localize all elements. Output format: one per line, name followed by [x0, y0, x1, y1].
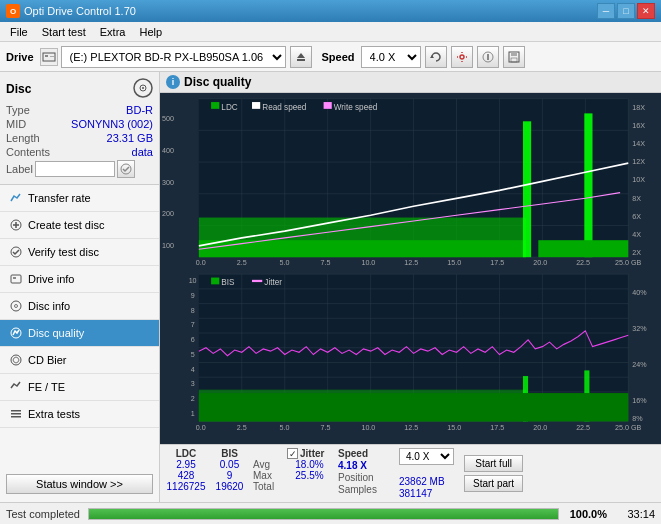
svg-text:3: 3: [191, 379, 195, 388]
svg-point-23: [11, 301, 21, 311]
svg-text:Write speed: Write speed: [334, 102, 378, 112]
nav-items: Transfer rate Create test disc Verify te…: [0, 185, 159, 428]
progress-bar-fill: [89, 509, 558, 519]
contents-value: data: [132, 146, 153, 158]
svg-text:16%: 16%: [632, 396, 647, 405]
nav-cd-bier[interactable]: CD Bier: [0, 347, 159, 374]
svg-text:22.5: 22.5: [576, 423, 590, 432]
bis-stats: BIS 0.05 9 19620: [212, 448, 247, 499]
label-input[interactable]: [35, 161, 115, 177]
svg-marker-5: [430, 55, 434, 58]
pos-samples-stats: 4.0 X . 23862 MB 381147: [399, 448, 454, 499]
nav-verify-test-disc[interactable]: Verify test disc: [0, 239, 159, 266]
toolbar: Drive (E:) PLEXTOR BD-R PX-LB950SA 1.06 …: [0, 42, 661, 72]
menu-extra[interactable]: Extra: [94, 24, 132, 40]
start-buttons: Start full Start part: [464, 448, 523, 499]
svg-text:Jitter: Jitter: [264, 277, 282, 287]
info-button[interactable]: [477, 46, 499, 68]
nav-disc-info[interactable]: Disc info: [0, 293, 159, 320]
sidebar: Disc Type BD-R MID SONYNN3 (002) Length …: [0, 72, 160, 502]
speed-select[interactable]: 4.0 X: [361, 46, 421, 68]
nav-disc-quality[interactable]: Disc quality: [0, 320, 159, 347]
svg-text:17.5: 17.5: [490, 258, 504, 267]
svg-point-24: [15, 305, 18, 308]
charts-container: LDC Read speed Write speed 500 400 300 2…: [160, 93, 661, 444]
settings-button[interactable]: [451, 46, 473, 68]
jitter-checkbox[interactable]: ✓: [287, 448, 298, 459]
bis-total: 19620: [212, 481, 247, 492]
svg-point-6: [460, 55, 464, 59]
nav-drive-info-label: Drive info: [28, 273, 74, 285]
start-part-button[interactable]: Start part: [464, 475, 523, 492]
progress-bar-container: [88, 508, 559, 520]
disc-info-icon: [8, 298, 24, 314]
nav-cd-bier-label: CD Bier: [28, 354, 67, 366]
svg-rect-52: [324, 102, 332, 109]
svg-text:4X: 4X: [632, 229, 641, 238]
save-button[interactable]: [503, 46, 525, 68]
verify-test-disc-icon: [8, 244, 24, 260]
speed-select-stat[interactable]: 4.0 X: [399, 448, 454, 465]
nav-transfer-rate[interactable]: Transfer rate: [0, 185, 159, 212]
svg-rect-12: [511, 58, 517, 62]
jitter-max: 25.5%: [287, 470, 332, 481]
status-percent: 100.0%: [567, 508, 607, 520]
stats-bar: LDC 2.95 428 1126725 BIS 0.05 9 19620 H …: [160, 444, 661, 502]
nav-disc-quality-label: Disc quality: [28, 327, 84, 339]
svg-text:Read speed: Read speed: [262, 102, 306, 112]
minimize-button[interactable]: ─: [597, 3, 615, 19]
svg-text:17.5: 17.5: [490, 423, 504, 432]
right-panel: i Disc quality: [160, 72, 661, 502]
status-window-button[interactable]: Status window >>: [6, 474, 153, 494]
svg-text:2: 2: [191, 394, 195, 403]
svg-text:40%: 40%: [632, 287, 647, 296]
type-value: BD-R: [126, 104, 153, 116]
nav-fe-te[interactable]: FE / TE: [0, 374, 159, 401]
start-full-button[interactable]: Start full: [464, 455, 523, 472]
svg-text:5.0: 5.0: [280, 423, 290, 432]
title-bar: O Opti Drive Control 1.70 ─ □ ✕: [0, 0, 661, 22]
svg-rect-50: [252, 102, 260, 109]
nav-create-test-disc[interactable]: Create test disc: [0, 212, 159, 239]
menu-start-test[interactable]: Start test: [36, 24, 92, 40]
svg-text:10.0: 10.0: [361, 423, 375, 432]
svg-marker-3: [297, 53, 305, 58]
speed-label: Speed: [322, 51, 355, 63]
jitter-header: Jitter: [300, 448, 324, 459]
contents-label: Contents: [6, 146, 50, 158]
svg-text:5: 5: [191, 349, 195, 358]
status-time: 33:14: [615, 508, 655, 520]
svg-text:7.5: 7.5: [321, 258, 331, 267]
drive-icon: [40, 48, 58, 66]
svg-text:100: 100: [162, 241, 174, 250]
nav-extra-tests[interactable]: Extra tests: [0, 401, 159, 428]
menu-help[interactable]: Help: [133, 24, 168, 40]
drive-select[interactable]: (E:) PLEXTOR BD-R PX-LB950SA 1.06: [61, 46, 286, 68]
nav-drive-info[interactable]: Drive info: [0, 266, 159, 293]
svg-rect-1: [45, 55, 48, 57]
charts-svg: LDC Read speed Write speed 500 400 300 2…: [160, 93, 661, 444]
svg-text:10X: 10X: [632, 175, 645, 184]
ldc-header: LDC: [166, 448, 206, 459]
eject-button[interactable]: [290, 46, 312, 68]
speed-value: 4.18 X: [338, 460, 393, 471]
disc-quality-icon: [8, 325, 24, 341]
svg-rect-70: [523, 121, 531, 257]
refresh-button[interactable]: [425, 46, 447, 68]
bis-header: BIS: [212, 448, 247, 459]
menu-file[interactable]: File: [4, 24, 34, 40]
svg-text:0.0: 0.0: [196, 258, 206, 267]
close-button[interactable]: ✕: [637, 3, 655, 19]
label-button[interactable]: [117, 160, 135, 178]
main-content: Disc Type BD-R MID SONYNN3 (002) Length …: [0, 72, 661, 502]
length-value: 23.31 GB: [107, 132, 153, 144]
row-labels: H Avg Max Total: [253, 448, 281, 499]
svg-rect-28: [11, 410, 21, 412]
svg-rect-129: [199, 393, 628, 421]
drive-info-icon: [8, 271, 24, 287]
samples-label: Samples: [338, 484, 393, 495]
svg-point-15: [142, 87, 144, 89]
label-text: Label: [6, 163, 33, 175]
maximize-button[interactable]: □: [617, 3, 635, 19]
speed-header: Speed: [338, 448, 393, 459]
